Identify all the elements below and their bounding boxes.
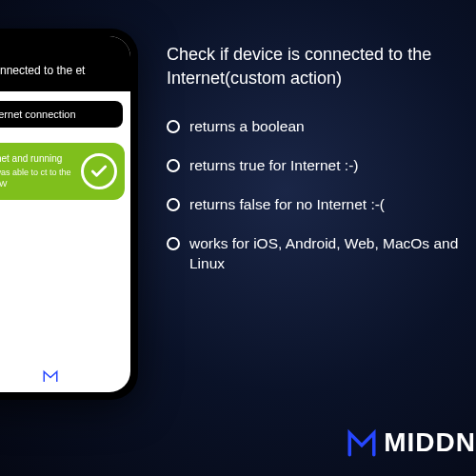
status-title: iternet and running	[0, 152, 73, 165]
headline: Check if device is connected to the Inte…	[167, 43, 465, 90]
bullet-icon	[167, 237, 180, 250]
button-bar: Internet connection	[0, 91, 130, 137]
list-item: works for iOS, Android, Web, MacOs and L…	[167, 234, 465, 274]
bullet-icon	[167, 120, 180, 133]
marketing-content: Check if device is connected to the Inte…	[167, 43, 465, 293]
list-item-label: works for iOS, Android, Web, MacOs and L…	[189, 234, 465, 274]
list-item: returns a boolean	[167, 117, 465, 137]
phone-footer	[0, 356, 130, 392]
feature-list: returns a boolean returns true for Inter…	[167, 117, 465, 274]
list-item: returns true for Internet :-)	[167, 156, 465, 176]
list-item-label: returns a boolean	[189, 117, 305, 137]
brand-name: MIDDN	[384, 427, 476, 458]
check-connection-button[interactable]: Internet connection	[0, 101, 123, 128]
brand-logo: MIDDN	[346, 426, 476, 459]
list-item-label: returns false for no Internet :-(	[189, 195, 385, 215]
status-card: iternet and running pp was able to ct to…	[0, 143, 125, 199]
brand-m-icon	[42, 367, 59, 385]
list-item-label: returns true for Internet :-)	[189, 156, 358, 176]
phone-mockup: if connected to the et Internet connecti…	[0, 29, 138, 400]
status-card-text: iternet and running pp was able to ct to…	[0, 152, 73, 189]
bullet-icon	[167, 198, 180, 211]
phone-notch	[12, 36, 89, 53]
checkmark-icon	[81, 153, 117, 189]
list-item: returns false for no Internet :-(	[167, 195, 465, 215]
status-subtitle: pp was able to ct to the WWW	[0, 168, 73, 189]
header-text: if connected to the et	[0, 64, 85, 77]
brand-m-icon	[346, 426, 378, 459]
phone-screen: if connected to the et Internet connecti…	[0, 36, 130, 392]
bullet-icon	[167, 159, 180, 172]
